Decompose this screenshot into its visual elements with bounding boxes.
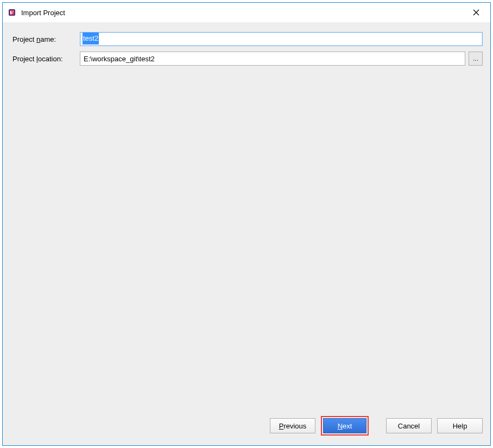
next-button-highlight: Next — [321, 416, 369, 436]
svg-rect-2 — [10, 11, 11, 14]
help-button[interactable]: Help — [437, 418, 483, 433]
row-project-name: Project name: test2 — [10, 32, 483, 46]
project-name-value: test2 — [83, 33, 99, 44]
project-name-input[interactable]: test2 — [80, 32, 483, 46]
label-project-name: Project name: — [10, 35, 80, 43]
import-project-dialog: Import Project Project name: test2 Proje… — [2, 2, 491, 446]
project-location-input[interactable] — [80, 52, 465, 66]
svg-rect-1 — [10, 10, 15, 15]
dialog-footer: Previous Next Cancel Help — [3, 416, 490, 445]
window-title: Import Project — [21, 9, 466, 17]
browse-button[interactable]: ... — [469, 52, 483, 66]
row-project-location: Project location: ... — [10, 52, 483, 66]
cancel-button[interactable]: Cancel — [386, 418, 432, 433]
dialog-content: Project name: test2 Project location: ..… — [3, 22, 490, 416]
close-icon — [473, 9, 479, 16]
label-project-location: Project location: — [10, 55, 80, 63]
app-icon — [7, 8, 17, 17]
close-button[interactable] — [466, 3, 486, 22]
ellipsis-icon: ... — [473, 55, 478, 62]
next-button[interactable]: Next — [323, 418, 366, 433]
previous-button[interactable]: Previous — [270, 418, 315, 433]
titlebar: Import Project — [3, 3, 490, 22]
